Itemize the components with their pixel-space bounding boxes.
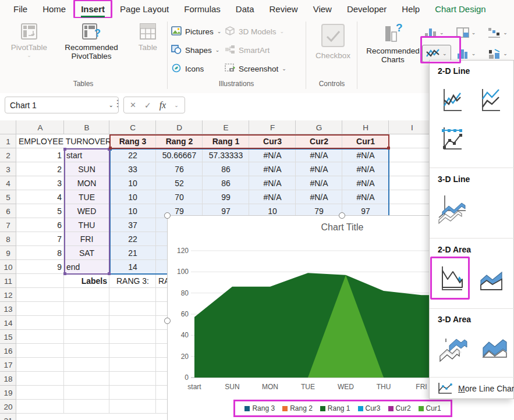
tab-review[interactable]: Review — [262, 1, 306, 17]
tab-help[interactable]: Help — [394, 1, 427, 17]
column-header-B[interactable]: B — [64, 120, 109, 134]
name-box[interactable]: Chart 1 ⌄ — [5, 97, 119, 113]
row-header-17[interactable]: 17 — [0, 358, 16, 372]
row-header-4[interactable]: 4 — [0, 176, 16, 190]
insert-hierarchy-chart-button[interactable]: ⌄ — [456, 27, 485, 38]
cell-A10[interactable]: 9 — [16, 260, 64, 274]
chart-type-3d-area[interactable] — [438, 330, 468, 366]
row-header-12[interactable]: 12 — [0, 288, 16, 302]
row-header-11[interactable]: 11 — [0, 274, 16, 288]
cell-C2[interactable]: 22 — [109, 148, 156, 162]
cell-C5[interactable]: 10 — [109, 190, 156, 204]
cell-B17[interactable] — [64, 358, 109, 372]
cell-A17[interactable] — [16, 358, 64, 372]
cell-B16[interactable] — [64, 344, 109, 358]
cell-B14[interactable] — [64, 316, 109, 330]
chart-resize-handle[interactable] — [339, 212, 345, 219]
insert-waterfall-chart-button[interactable]: ⌄ — [487, 27, 514, 38]
cell-H5[interactable]: #N/A — [342, 190, 389, 204]
select-all-corner[interactable] — [0, 120, 16, 134]
cell-B12[interactable] — [64, 288, 109, 302]
tab-home[interactable]: Home — [35, 1, 73, 17]
recommended-charts-button[interactable]: ? Recommended Charts — [359, 23, 427, 64]
column-header-D[interactable]: D — [156, 120, 203, 134]
chart-type-3d-stacked-area[interactable] — [480, 330, 510, 366]
cell-B18[interactable] — [64, 372, 109, 386]
cell-F3[interactable]: #N/A — [249, 162, 296, 176]
3d-models-button[interactable]: 3D Models ⌄ — [225, 24, 286, 39]
column-header-F[interactable]: F — [249, 120, 296, 134]
cell-G2[interactable]: #N/A — [296, 148, 342, 162]
cell-B20[interactable] — [64, 400, 109, 414]
cell-C18[interactable] — [109, 372, 156, 386]
cell-E3[interactable]: 86 — [203, 162, 249, 176]
cell-I5[interactable] — [389, 190, 435, 204]
cell-A18[interactable] — [16, 372, 64, 386]
column-header-I[interactable]: I — [389, 120, 435, 134]
row-header-10[interactable]: 10 — [0, 260, 16, 274]
cell-C17[interactable] — [109, 358, 156, 372]
cell-A4[interactable]: 3 — [16, 176, 64, 190]
checkbox-button[interactable]: Checkbox — [311, 23, 355, 60]
screenshot-button[interactable]: Screenshot ⌄ — [225, 61, 286, 76]
cell-H4[interactable]: #N/A — [342, 176, 389, 190]
row-header-5[interactable]: 5 — [0, 190, 16, 204]
row-header-2[interactable]: 2 — [0, 148, 16, 162]
cell-A19[interactable] — [16, 386, 64, 400]
cell-I1[interactable] — [389, 134, 435, 148]
tab-formulas[interactable]: Formulas — [176, 1, 228, 17]
chart-type-stacked-area[interactable] — [477, 262, 505, 297]
row-header-13[interactable]: 13 — [0, 302, 16, 316]
row-header-21[interactable]: 21 — [0, 414, 16, 420]
row-header-18[interactable]: 18 — [0, 372, 16, 386]
cell-C19[interactable] — [109, 386, 156, 400]
chart-type-line[interactable] — [439, 85, 466, 119]
cell-H2[interactable]: #N/A — [342, 148, 389, 162]
row-header-8[interactable]: 8 — [0, 232, 16, 246]
cell-A7[interactable]: 6 — [16, 218, 64, 232]
cell-B2[interactable]: start — [64, 148, 109, 162]
cell-C15[interactable] — [109, 330, 156, 344]
cell-G1[interactable]: Cur2 — [296, 134, 342, 148]
chart-resize-handle[interactable] — [164, 318, 171, 324]
cell-G4[interactable]: #N/A — [296, 176, 342, 190]
cell-C12[interactable] — [109, 288, 156, 302]
cell-B8[interactable]: FRI — [64, 232, 109, 246]
cancel-icon[interactable]: ✕ — [130, 101, 136, 109]
cell-C3[interactable]: 33 — [109, 162, 156, 176]
cell-A2[interactable]: 1 — [16, 148, 64, 162]
recommended-pivottables-button[interactable]: ? Recommended PivotTables — [59, 23, 123, 60]
cell-B11[interactable]: Labels — [64, 274, 109, 288]
cell-D5[interactable]: 70 — [156, 190, 203, 204]
cell-E1[interactable]: Rang 1 — [203, 134, 249, 148]
shapes-button[interactable]: Shapes ⌄ — [171, 42, 221, 58]
chart-type-area[interactable] — [438, 262, 466, 297]
cell-C20[interactable] — [109, 400, 156, 414]
tab-chart-design[interactable]: Chart Design — [427, 1, 494, 17]
cell-A9[interactable]: 8 — [16, 246, 64, 260]
cell-A12[interactable] — [16, 288, 64, 302]
cell-A5[interactable]: 4 — [16, 190, 64, 204]
cell-D4[interactable]: 52 — [156, 176, 203, 190]
cell-A3[interactable]: 2 — [16, 162, 64, 176]
cell-A14[interactable] — [16, 316, 64, 330]
tab-file[interactable]: File — [6, 1, 35, 17]
row-header-14[interactable]: 14 — [0, 316, 16, 330]
cell-C7[interactable]: 37 — [109, 218, 156, 232]
cell-E2[interactable]: 57.33333 — [203, 148, 249, 162]
cell-F2[interactable]: #N/A — [249, 148, 296, 162]
cell-B5[interactable]: TUE — [64, 190, 109, 204]
cell-E4[interactable]: 86 — [203, 176, 249, 190]
smartart-button[interactable]: SmartArt — [225, 42, 286, 58]
cell-A11[interactable] — [16, 274, 64, 288]
tab-data[interactable]: Data — [228, 1, 262, 17]
insert-statistic-chart-button[interactable]: ⌄ — [456, 48, 485, 59]
row-header-9[interactable]: 9 — [0, 246, 16, 260]
cell-C16[interactable] — [109, 344, 156, 358]
enter-icon[interactable]: ✓ — [144, 101, 151, 110]
cell-B15[interactable] — [64, 330, 109, 344]
tab-view[interactable]: View — [306, 1, 339, 17]
cell-A16[interactable] — [16, 344, 64, 358]
more-line-charts-item[interactable]: More Line Chart — [437, 382, 514, 396]
formula-bar-grip-icon[interactable]: ⋮ — [113, 98, 122, 109]
